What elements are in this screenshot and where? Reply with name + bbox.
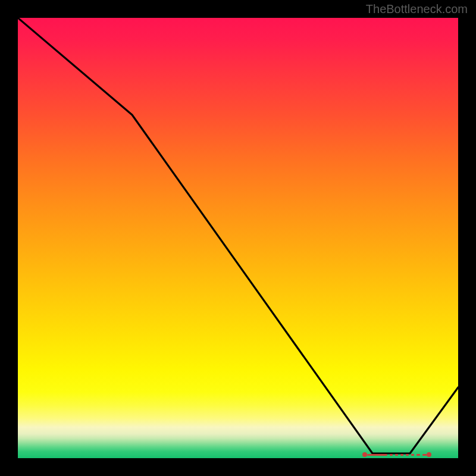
plot-area [18, 18, 458, 458]
highlight-segment [365, 452, 429, 457]
highlight-end-dot [427, 452, 431, 457]
chart-curve [18, 18, 458, 458]
attribution-text: TheBottleneck.com [366, 2, 468, 16]
highlight-start-dot [362, 452, 367, 457]
curve-path [18, 18, 458, 453]
highlight-dashes [367, 454, 427, 456]
